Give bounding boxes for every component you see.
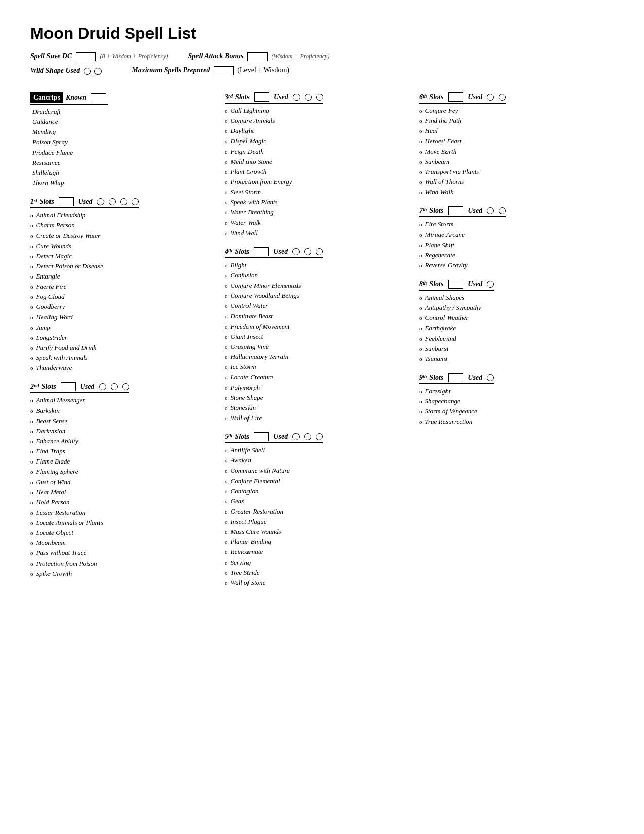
spell-name: Water Breathing — [231, 207, 274, 217]
spell-attack-bonus-input[interactable] — [247, 52, 268, 61]
slots-9-input[interactable] — [448, 373, 463, 382]
spell-name: Jump — [36, 322, 51, 333]
slots-6-input[interactable] — [448, 92, 463, 102]
spell-name: Wall of Thorns — [425, 177, 464, 187]
slots-5-c1[interactable] — [292, 433, 300, 440]
spell-bullet-icon: o — [30, 221, 33, 230]
slots-1-c1[interactable] — [97, 198, 104, 205]
spell-item: oCure Wounds — [30, 241, 215, 251]
spell-bullet-icon: o — [419, 107, 422, 115]
cantrips-label: Cantrips — [30, 92, 63, 103]
spell-bullet-icon: o — [225, 538, 228, 546]
spell-name: Flaming Sphere — [36, 467, 78, 477]
slots-9-c1[interactable] — [487, 374, 494, 381]
slots-9-used: Used — [468, 374, 482, 382]
slots-7-used: Used — [468, 207, 482, 215]
slots-1-c2[interactable] — [109, 198, 116, 205]
slots-1-c3[interactable] — [120, 198, 127, 205]
slots-7-c1[interactable] — [487, 207, 494, 214]
spell-bullet-icon: o — [30, 293, 33, 301]
spell-name: Contagion — [231, 486, 259, 496]
spell-name: Create or Destroy Water — [36, 230, 101, 241]
spell-name: Animal Messenger — [36, 395, 85, 405]
spell-bullet-icon: o — [225, 261, 228, 270]
spell-bullet-icon: o — [30, 262, 33, 271]
slots-6-label: Slots — [429, 93, 443, 101]
spell-bullet-icon: o — [419, 241, 422, 250]
spell-item: oAnimal Shapes — [419, 293, 604, 303]
spell-attack-bonus-label: Spell Attack Bonus — [188, 52, 244, 60]
spell-name: Fire Storm — [425, 219, 454, 229]
slots-8-c1[interactable] — [487, 281, 494, 288]
spell-item: oTransport via Plants — [419, 167, 604, 177]
slots-3-c2[interactable] — [305, 94, 312, 101]
spell-bullet-icon: o — [30, 417, 33, 426]
slots-5-input[interactable] — [254, 432, 269, 441]
wild-shape-circle-2[interactable] — [94, 68, 102, 75]
slots-3-c3[interactable] — [316, 94, 323, 101]
slots-4-c1[interactable] — [292, 248, 300, 255]
spell-bullet-icon: o — [225, 569, 228, 577]
slots-7-input[interactable] — [448, 206, 463, 215]
spell-name: Tsunami — [425, 354, 448, 364]
slots-2-c2[interactable] — [111, 383, 118, 390]
slots-3-input[interactable] — [254, 92, 269, 102]
spell-bullet-icon: o — [225, 467, 228, 475]
slots-4-c2[interactable] — [304, 248, 311, 255]
spell-name: Foresight — [425, 386, 451, 396]
spell-name: Sunbeam — [425, 157, 450, 167]
spell-bullet-icon: o — [419, 178, 422, 187]
slots-6-c2[interactable] — [499, 94, 506, 101]
max-spells-label: Maximum Spells Prepared — [132, 66, 210, 74]
slots-8-level: 8th — [419, 280, 427, 288]
slots-5-level: 5th — [225, 433, 232, 441]
spell-bullet-icon: o — [225, 487, 228, 496]
slots-5-c2[interactable] — [304, 433, 311, 440]
slots-2-input[interactable] — [61, 382, 76, 391]
spell-name: Protection from Poison — [36, 559, 97, 569]
slots-6-c1[interactable] — [487, 94, 494, 101]
slots-2-c1[interactable] — [99, 383, 106, 390]
spell-name: Conjure Elemental — [231, 476, 280, 486]
spell-item: oDaylight — [225, 126, 409, 136]
slots-1-input[interactable] — [59, 197, 74, 206]
spell-item: oWind Wall — [225, 228, 409, 238]
cantrips-known-input[interactable] — [91, 93, 106, 102]
spell-item: oGreater Restoration — [225, 506, 409, 517]
spell-bullet-icon: o — [225, 208, 228, 217]
slots-4-c3[interactable] — [316, 248, 323, 255]
slots-3-c1[interactable] — [293, 94, 300, 101]
max-spells-input[interactable] — [214, 66, 234, 75]
slots-4-input[interactable] — [254, 247, 269, 256]
cantrip-item: Druidcraft — [32, 107, 215, 117]
slots-7-level: 7th — [419, 207, 427, 215]
slots-8-used: Used — [468, 280, 482, 288]
spell-item: oFaerie Fire — [30, 282, 215, 292]
spell-item: oAwaken — [225, 455, 409, 466]
spell-bullet-icon: o — [225, 333, 228, 341]
spell-item: oTree Stride — [225, 568, 409, 578]
slots-5-c3[interactable] — [316, 433, 323, 440]
spell-name: Control Water — [231, 301, 268, 311]
spell-bullet-icon: o — [225, 312, 228, 321]
spell-name: Stone Shape — [231, 393, 263, 403]
slots-8-header: 8th Slots Used — [419, 280, 494, 291]
spell-name: Meld into Stone — [231, 157, 272, 167]
spell-bullet-icon: o — [30, 334, 33, 342]
spell-bullet-icon: o — [225, 107, 228, 115]
slots-1-c4[interactable] — [132, 198, 139, 205]
spell-bullet-icon: o — [30, 407, 33, 415]
wild-shape-circle-1[interactable] — [84, 68, 91, 75]
slots-3-list: oCall LightningoConjure AnimalsoDaylight… — [225, 106, 409, 238]
slots-8-input[interactable] — [448, 280, 463, 289]
spell-item: oFlaming Sphere — [30, 467, 215, 477]
spell-name: Feign Death — [231, 147, 264, 157]
slots-7-c2[interactable] — [499, 207, 506, 214]
slots-6-used: Used — [468, 93, 482, 101]
spell-save-dc-input[interactable] — [76, 52, 96, 61]
spell-item: oDominate Beast — [225, 311, 409, 321]
spell-name: Antilife Shell — [231, 445, 265, 455]
spell-item: oProtection from Poison — [30, 559, 215, 569]
spell-name: Gust of Wind — [36, 477, 71, 487]
slots-2-c3[interactable] — [122, 383, 129, 390]
